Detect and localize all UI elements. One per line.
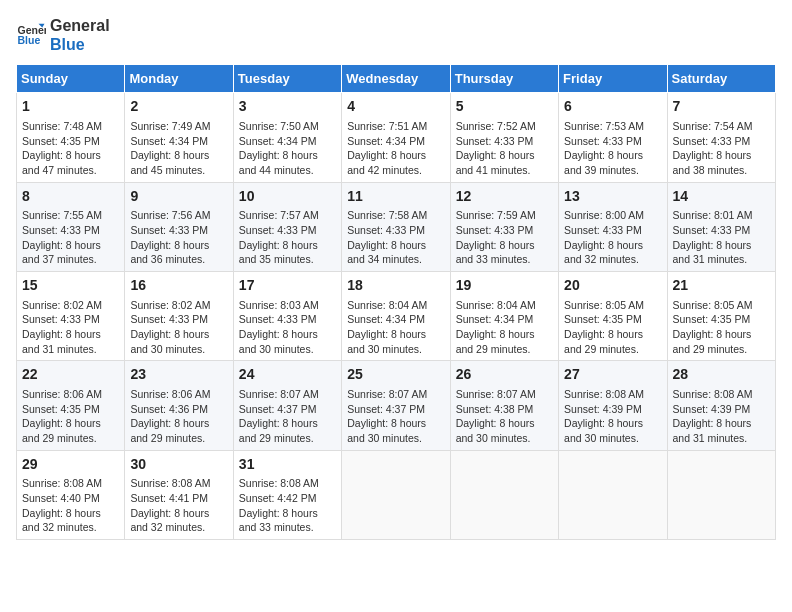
day-number: 10	[239, 187, 336, 207]
calendar-cell: 5Sunrise: 7:52 AM Sunset: 4:33 PM Daylig…	[450, 93, 558, 182]
calendar-cell: 13Sunrise: 8:00 AM Sunset: 4:33 PM Dayli…	[559, 182, 667, 271]
day-number: 20	[564, 276, 661, 296]
day-number: 29	[22, 455, 119, 475]
cell-text: Sunrise: 7:52 AM Sunset: 4:33 PM Dayligh…	[456, 119, 553, 178]
calendar-cell: 1Sunrise: 7:48 AM Sunset: 4:35 PM Daylig…	[17, 93, 125, 182]
cell-text: Sunrise: 8:00 AM Sunset: 4:33 PM Dayligh…	[564, 208, 661, 267]
cell-text: Sunrise: 7:49 AM Sunset: 4:34 PM Dayligh…	[130, 119, 227, 178]
day-number: 7	[673, 97, 770, 117]
day-number: 24	[239, 365, 336, 385]
calendar-cell: 30Sunrise: 8:08 AM Sunset: 4:41 PM Dayli…	[125, 450, 233, 539]
day-number: 26	[456, 365, 553, 385]
calendar-cell: 15Sunrise: 8:02 AM Sunset: 4:33 PM Dayli…	[17, 272, 125, 361]
cell-text: Sunrise: 8:04 AM Sunset: 4:34 PM Dayligh…	[456, 298, 553, 357]
logo-blue: Blue	[50, 35, 110, 54]
calendar-cell: 29Sunrise: 8:08 AM Sunset: 4:40 PM Dayli…	[17, 450, 125, 539]
day-number: 8	[22, 187, 119, 207]
cell-text: Sunrise: 8:03 AM Sunset: 4:33 PM Dayligh…	[239, 298, 336, 357]
cell-text: Sunrise: 8:01 AM Sunset: 4:33 PM Dayligh…	[673, 208, 770, 267]
calendar-cell: 19Sunrise: 8:04 AM Sunset: 4:34 PM Dayli…	[450, 272, 558, 361]
day-number: 18	[347, 276, 444, 296]
cell-text: Sunrise: 7:54 AM Sunset: 4:33 PM Dayligh…	[673, 119, 770, 178]
cell-text: Sunrise: 8:08 AM Sunset: 4:41 PM Dayligh…	[130, 476, 227, 535]
calendar-cell: 18Sunrise: 8:04 AM Sunset: 4:34 PM Dayli…	[342, 272, 450, 361]
day-number: 17	[239, 276, 336, 296]
calendar-cell: 27Sunrise: 8:08 AM Sunset: 4:39 PM Dayli…	[559, 361, 667, 450]
calendar-week-3: 15Sunrise: 8:02 AM Sunset: 4:33 PM Dayli…	[17, 272, 776, 361]
cell-text: Sunrise: 8:02 AM Sunset: 4:33 PM Dayligh…	[130, 298, 227, 357]
cell-text: Sunrise: 8:05 AM Sunset: 4:35 PM Dayligh…	[564, 298, 661, 357]
cell-text: Sunrise: 7:50 AM Sunset: 4:34 PM Dayligh…	[239, 119, 336, 178]
day-number: 11	[347, 187, 444, 207]
day-number: 4	[347, 97, 444, 117]
calendar-cell: 25Sunrise: 8:07 AM Sunset: 4:37 PM Dayli…	[342, 361, 450, 450]
calendar-cell	[667, 450, 775, 539]
day-number: 6	[564, 97, 661, 117]
day-number: 22	[22, 365, 119, 385]
calendar-header-row: SundayMondayTuesdayWednesdayThursdayFrid…	[17, 65, 776, 93]
calendar-week-1: 1Sunrise: 7:48 AM Sunset: 4:35 PM Daylig…	[17, 93, 776, 182]
calendar-cell: 2Sunrise: 7:49 AM Sunset: 4:34 PM Daylig…	[125, 93, 233, 182]
cell-text: Sunrise: 8:07 AM Sunset: 4:38 PM Dayligh…	[456, 387, 553, 446]
day-number: 31	[239, 455, 336, 475]
cell-text: Sunrise: 7:55 AM Sunset: 4:33 PM Dayligh…	[22, 208, 119, 267]
day-number: 1	[22, 97, 119, 117]
day-number: 5	[456, 97, 553, 117]
calendar: SundayMondayTuesdayWednesdayThursdayFrid…	[16, 64, 776, 540]
calendar-week-4: 22Sunrise: 8:06 AM Sunset: 4:35 PM Dayli…	[17, 361, 776, 450]
calendar-cell: 9Sunrise: 7:56 AM Sunset: 4:33 PM Daylig…	[125, 182, 233, 271]
cell-text: Sunrise: 7:56 AM Sunset: 4:33 PM Dayligh…	[130, 208, 227, 267]
cell-text: Sunrise: 8:08 AM Sunset: 4:40 PM Dayligh…	[22, 476, 119, 535]
calendar-cell: 28Sunrise: 8:08 AM Sunset: 4:39 PM Dayli…	[667, 361, 775, 450]
cell-text: Sunrise: 8:02 AM Sunset: 4:33 PM Dayligh…	[22, 298, 119, 357]
cell-text: Sunrise: 7:58 AM Sunset: 4:33 PM Dayligh…	[347, 208, 444, 267]
calendar-cell: 14Sunrise: 8:01 AM Sunset: 4:33 PM Dayli…	[667, 182, 775, 271]
calendar-cell: 3Sunrise: 7:50 AM Sunset: 4:34 PM Daylig…	[233, 93, 341, 182]
day-number: 2	[130, 97, 227, 117]
header-thursday: Thursday	[450, 65, 558, 93]
logo: General Blue General Blue	[16, 16, 110, 54]
calendar-cell	[559, 450, 667, 539]
calendar-cell: 26Sunrise: 8:07 AM Sunset: 4:38 PM Dayli…	[450, 361, 558, 450]
header-saturday: Saturday	[667, 65, 775, 93]
day-number: 14	[673, 187, 770, 207]
calendar-cell: 8Sunrise: 7:55 AM Sunset: 4:33 PM Daylig…	[17, 182, 125, 271]
calendar-cell: 4Sunrise: 7:51 AM Sunset: 4:34 PM Daylig…	[342, 93, 450, 182]
calendar-cell	[342, 450, 450, 539]
calendar-cell: 20Sunrise: 8:05 AM Sunset: 4:35 PM Dayli…	[559, 272, 667, 361]
cell-text: Sunrise: 7:48 AM Sunset: 4:35 PM Dayligh…	[22, 119, 119, 178]
header: General Blue General Blue	[16, 16, 776, 54]
cell-text: Sunrise: 8:04 AM Sunset: 4:34 PM Dayligh…	[347, 298, 444, 357]
cell-text: Sunrise: 7:59 AM Sunset: 4:33 PM Dayligh…	[456, 208, 553, 267]
calendar-cell: 31Sunrise: 8:08 AM Sunset: 4:42 PM Dayli…	[233, 450, 341, 539]
cell-text: Sunrise: 8:06 AM Sunset: 4:36 PM Dayligh…	[130, 387, 227, 446]
calendar-cell: 16Sunrise: 8:02 AM Sunset: 4:33 PM Dayli…	[125, 272, 233, 361]
cell-text: Sunrise: 7:51 AM Sunset: 4:34 PM Dayligh…	[347, 119, 444, 178]
day-number: 21	[673, 276, 770, 296]
cell-text: Sunrise: 7:57 AM Sunset: 4:33 PM Dayligh…	[239, 208, 336, 267]
header-tuesday: Tuesday	[233, 65, 341, 93]
day-number: 9	[130, 187, 227, 207]
calendar-cell: 12Sunrise: 7:59 AM Sunset: 4:33 PM Dayli…	[450, 182, 558, 271]
header-monday: Monday	[125, 65, 233, 93]
day-number: 3	[239, 97, 336, 117]
day-number: 19	[456, 276, 553, 296]
day-number: 15	[22, 276, 119, 296]
calendar-cell: 22Sunrise: 8:06 AM Sunset: 4:35 PM Dayli…	[17, 361, 125, 450]
calendar-cell: 6Sunrise: 7:53 AM Sunset: 4:33 PM Daylig…	[559, 93, 667, 182]
day-number: 13	[564, 187, 661, 207]
header-friday: Friday	[559, 65, 667, 93]
cell-text: Sunrise: 8:07 AM Sunset: 4:37 PM Dayligh…	[239, 387, 336, 446]
calendar-cell: 11Sunrise: 7:58 AM Sunset: 4:33 PM Dayli…	[342, 182, 450, 271]
day-number: 23	[130, 365, 227, 385]
day-number: 30	[130, 455, 227, 475]
logo-general: General	[50, 16, 110, 35]
header-sunday: Sunday	[17, 65, 125, 93]
calendar-cell	[450, 450, 558, 539]
svg-text:Blue: Blue	[18, 34, 41, 46]
day-number: 16	[130, 276, 227, 296]
cell-text: Sunrise: 8:06 AM Sunset: 4:35 PM Dayligh…	[22, 387, 119, 446]
calendar-week-2: 8Sunrise: 7:55 AM Sunset: 4:33 PM Daylig…	[17, 182, 776, 271]
logo-icon: General Blue	[16, 20, 46, 50]
day-number: 28	[673, 365, 770, 385]
